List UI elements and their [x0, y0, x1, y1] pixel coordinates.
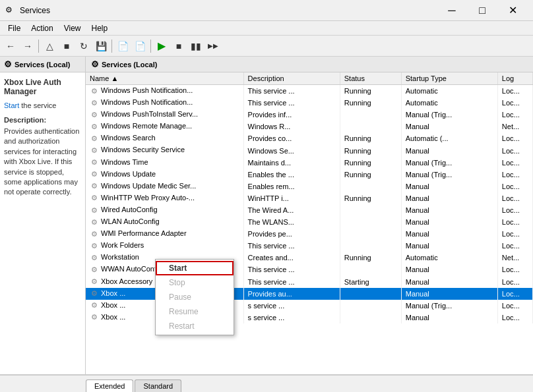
col-status[interactable]: Status — [340, 72, 401, 85]
menu-action[interactable]: Action — [26, 22, 58, 34]
menu-help[interactable]: Help — [86, 22, 113, 34]
toolbar-separator-2 — [111, 40, 112, 53]
service-status-cell: Running — [340, 252, 401, 264]
context-menu-stop[interactable]: Stop — [156, 275, 234, 290]
table-row[interactable]: ⚙Windows Security ServiceWindows Se...Ru… — [86, 144, 533, 156]
service-icon: ⚙ — [90, 134, 99, 143]
service-startup-cell: Automatic — [401, 85, 497, 98]
table-row[interactable]: ⚙Windows UpdateEnables the ...RunningMan… — [86, 169, 533, 181]
table-row[interactable]: ⚙Windows PushToInstall Serv...Provides i… — [86, 109, 533, 121]
context-menu-pause[interactable]: Pause — [156, 290, 234, 304]
service-name-cell: ⚙Windows PushToInstall Serv... — [86, 109, 243, 121]
service-status-cell: Starting — [340, 276, 401, 288]
show-hide-button[interactable]: ■ — [59, 38, 75, 54]
table-row[interactable]: ⚙WorkstationCreates and...RunningAutomat… — [86, 252, 533, 264]
service-status-cell — [340, 204, 401, 216]
table-row[interactable]: ⚙Xbox ...s service ...ManualLoc... — [86, 312, 533, 323]
close-button[interactable]: ✕ — [497, 0, 528, 21]
start-service-button[interactable]: ▶ — [154, 38, 170, 54]
service-icon: ⚙ — [90, 206, 99, 215]
service-startup-cell: Automatic (... — [401, 132, 497, 144]
service-log-cell: Loc... — [497, 169, 532, 181]
service-name-cell: ⚙Wired AutoConfig — [86, 204, 243, 216]
service-startup-cell: Manual — [401, 192, 497, 204]
service-desc-cell: This service ... — [243, 264, 340, 275]
table-row[interactable]: ⚙Xbox ...Provides au...ManualLoc... — [86, 288, 533, 300]
col-log[interactable]: Log — [497, 72, 532, 85]
service-status-cell: Running — [340, 132, 401, 144]
back-button[interactable]: ← — [3, 38, 18, 54]
table-row[interactable]: ⚙Xbox ...s service ...Manual (Trig...Loc… — [86, 300, 533, 312]
col-name[interactable]: Name ▲ — [86, 72, 243, 85]
tab-extended[interactable]: Extended — [86, 379, 133, 392]
service-log-cell: Loc... — [497, 132, 532, 144]
table-row[interactable]: ⚙Windows Push Notification...This servic… — [86, 85, 533, 98]
table-row[interactable]: ⚙WMI Performance AdapterProvides pe...Ma… — [86, 228, 533, 240]
service-status-cell — [340, 300, 401, 312]
table-row[interactable]: ⚙Windows TimeMaintains d...RunningManual… — [86, 157, 533, 169]
service-status-cell: Running — [340, 192, 401, 204]
col-startup-type[interactable]: Startup Type — [401, 72, 497, 85]
service-startup-cell: Automatic — [401, 252, 497, 264]
restart-service-button[interactable]: ▶▶ — [205, 38, 221, 54]
right-panel-header: ⚙ Services (Local) — [86, 57, 533, 72]
table-row[interactable]: ⚙Work FoldersThis service ...ManualLoc..… — [86, 240, 533, 252]
maximize-button[interactable]: □ — [467, 0, 497, 21]
service-log-cell: Loc... — [497, 264, 532, 275]
table-row[interactable]: ⚙Windows Remote Manage...Windows R...Man… — [86, 121, 533, 132]
service-name-cell: ⚙Windows Push Notification... — [86, 97, 243, 109]
description-label: Description: — [4, 116, 81, 124]
window-title: Services — [20, 6, 437, 15]
bottom-tabs: Extended Standard — [0, 375, 533, 392]
service-startup-cell: Manual (Trig... — [401, 300, 497, 312]
export-button[interactable]: 💾 — [93, 38, 109, 54]
table-row[interactable]: ⚙Windows Update Medic Ser...Enables rem.… — [86, 181, 533, 192]
service-icon: ⚙ — [90, 217, 99, 227]
table-row[interactable]: ⚙WLAN AutoConfigThe WLANS...ManualLoc... — [86, 216, 533, 228]
start-link-container: Start the service — [4, 101, 81, 109]
services-table-wrapper[interactable]: Name ▲ Description Status Startup Type L… — [86, 72, 533, 374]
menu-file[interactable]: File — [3, 22, 26, 34]
service-log-cell: Net... — [497, 252, 532, 264]
service-startup-cell: Manual — [401, 228, 497, 240]
forward-button[interactable]: → — [20, 38, 36, 54]
properties-button[interactable]: 📄 — [115, 38, 131, 54]
start-service-link[interactable]: Start — [4, 101, 19, 109]
stop-service-button[interactable]: ■ — [171, 38, 187, 54]
help-button[interactable]: 📄 — [132, 38, 148, 54]
service-icon: ⚙ — [90, 170, 99, 179]
service-status-cell — [340, 288, 401, 300]
up-button[interactable]: △ — [42, 38, 57, 54]
service-icon: ⚙ — [90, 146, 99, 155]
minimize-button[interactable]: ─ — [437, 0, 467, 21]
context-menu-start[interactable]: Start — [156, 261, 234, 275]
title-bar: ⚙ Services ─ □ ✕ — [0, 0, 533, 21]
left-panel-content: Xbox Live Auth Manager Start the service… — [0, 72, 85, 203]
table-row[interactable]: ⚙Windows Push Notification...This servic… — [86, 97, 533, 109]
service-desc-cell: This service ... — [243, 240, 340, 252]
service-status-cell: Running — [340, 144, 401, 156]
service-status-cell: Running — [340, 97, 401, 109]
context-menu-restart[interactable]: Restart — [156, 319, 234, 333]
service-log-cell: Loc... — [497, 109, 532, 121]
table-row[interactable]: ⚙WinHTTP Web Proxy Auto-...WinHTTP i...R… — [86, 192, 533, 204]
service-startup-cell: Manual — [401, 288, 497, 300]
table-row[interactable]: ⚙Xbox Accessory Manageme...This service … — [86, 276, 533, 288]
context-menu-resume[interactable]: Resume — [156, 304, 234, 319]
description-body: Provides authentication and authorizatio… — [4, 126, 81, 198]
refresh-button[interactable]: ↻ — [76, 38, 92, 54]
service-icon: ⚙ — [90, 277, 99, 287]
service-icon: ⚙ — [90, 229, 99, 238]
pause-service-button[interactable]: ▮▮ — [188, 38, 204, 54]
service-log-cell: Loc... — [497, 97, 532, 109]
service-name-cell: ⚙Windows Search — [86, 132, 243, 144]
col-description[interactable]: Description — [243, 72, 340, 85]
service-desc-cell: Provides inf... — [243, 109, 340, 121]
table-row[interactable]: ⚙Wired AutoConfigThe Wired A...ManualLoc… — [86, 204, 533, 216]
menu-view[interactable]: View — [59, 22, 86, 34]
tab-standard[interactable]: Standard — [135, 379, 181, 392]
service-status-cell — [340, 181, 401, 192]
table-row[interactable]: ⚙Windows SearchProvides co...RunningAuto… — [86, 132, 533, 144]
service-name-cell: ⚙Windows Time — [86, 157, 243, 169]
table-row[interactable]: ⚙WWAN AutoConfigThis service ...ManualLo… — [86, 264, 533, 275]
